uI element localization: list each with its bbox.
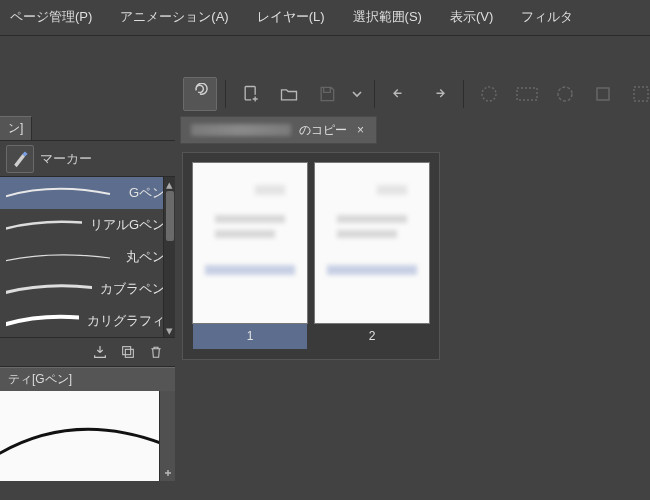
menu-bar: ページ管理(P) アニメーション(A) レイヤー(L) 選択範囲(S) 表示(V…	[0, 0, 650, 36]
page-thumb	[193, 163, 307, 323]
page-manager-panel: 1 2	[182, 152, 440, 360]
tool-property-header[interactable]: ティ[Gペン]	[0, 367, 175, 391]
marker-label: マーカー	[40, 150, 92, 168]
marquee-icon[interactable]	[624, 77, 650, 111]
svg-rect-8	[125, 349, 133, 357]
page-thumb	[315, 163, 429, 323]
pen-item-g[interactable]: Gペン	[0, 177, 175, 209]
dropdown-icon[interactable]	[348, 77, 366, 111]
dashed-circle-icon[interactable]	[548, 77, 582, 111]
pen-list-tools	[0, 337, 175, 367]
page-thumbnail-1[interactable]: 1	[193, 163, 307, 349]
menu-page-management[interactable]: ページ管理(P)	[10, 8, 92, 26]
pen-item-maru[interactable]: 丸ペン	[0, 241, 175, 273]
scroll-thumb[interactable]	[166, 191, 174, 241]
main-toolbar	[175, 74, 650, 114]
tool-property-title: ティ[Gペン]	[8, 371, 72, 388]
page-number: 1	[247, 329, 254, 343]
preview-side-button[interactable]	[159, 391, 175, 481]
svg-rect-5	[597, 88, 609, 100]
pen-item-real-g[interactable]: リアルGペン	[0, 209, 175, 241]
new-file-icon[interactable]	[234, 77, 268, 111]
pen-list-scrollbar[interactable]: ▴ ▾	[163, 177, 175, 337]
brush-preview	[0, 391, 163, 481]
page-thumbnail-2[interactable]: 2	[315, 163, 429, 349]
pen-list: Gペン リアルGペン 丸ペン カブラペン カリグラフィ ▴ ▾	[0, 176, 175, 337]
save-icon[interactable]	[310, 77, 344, 111]
pen-label: Gペン	[129, 184, 165, 202]
document-tab-bar: のコピー ×	[180, 116, 377, 144]
pen-item-kabura[interactable]: カブラペン	[0, 273, 175, 305]
pen-label: カブラペン	[100, 280, 165, 298]
scroll-up-icon[interactable]: ▴	[164, 177, 175, 191]
tool-panel-tab[interactable]: ン]	[0, 116, 32, 140]
pen-label: カリグラフィ	[87, 312, 165, 330]
svg-point-2	[482, 87, 496, 101]
menu-animation[interactable]: アニメーション(A)	[120, 8, 228, 26]
document-name-blurred	[191, 124, 291, 136]
menu-layer[interactable]: レイヤー(L)	[257, 8, 325, 26]
duplicate-icon[interactable]	[117, 341, 139, 363]
document-tab[interactable]: のコピー ×	[180, 116, 377, 144]
close-icon[interactable]: ×	[355, 123, 366, 137]
pen-item-calligraphy[interactable]: カリグラフィ	[0, 305, 175, 337]
gradient-icon[interactable]	[510, 77, 544, 111]
menu-selection[interactable]: 選択範囲(S)	[353, 8, 422, 26]
svg-rect-7	[123, 347, 131, 355]
redo-icon[interactable]	[421, 77, 455, 111]
import-icon[interactable]	[89, 341, 111, 363]
undo-icon[interactable]	[383, 77, 417, 111]
trash-icon[interactable]	[145, 341, 167, 363]
pen-label: リアルGペン	[90, 216, 165, 234]
menu-filter[interactable]: フィルタ	[521, 8, 573, 26]
spiral-icon[interactable]	[183, 77, 217, 111]
svg-rect-6	[634, 87, 648, 101]
menu-view[interactable]: 表示(V)	[450, 8, 493, 26]
stroke-preview	[6, 184, 121, 202]
svg-point-4	[558, 87, 572, 101]
marker-tool-row[interactable]: マーカー	[0, 140, 175, 176]
scroll-down-icon[interactable]: ▾	[164, 323, 175, 337]
left-panels: ン] マーカー Gペン リアルGペン 丸ペン カブラペン カリグラフィ	[0, 116, 175, 500]
document-tab-suffix: のコピー	[299, 122, 347, 139]
pen-label: 丸ペン	[126, 248, 165, 266]
page-number: 2	[369, 329, 376, 343]
crop-icon[interactable]	[586, 77, 620, 111]
svg-rect-3	[517, 88, 537, 100]
marker-icon	[6, 145, 34, 173]
open-folder-icon[interactable]	[272, 77, 306, 111]
select-dashed-icon[interactable]	[472, 77, 506, 111]
